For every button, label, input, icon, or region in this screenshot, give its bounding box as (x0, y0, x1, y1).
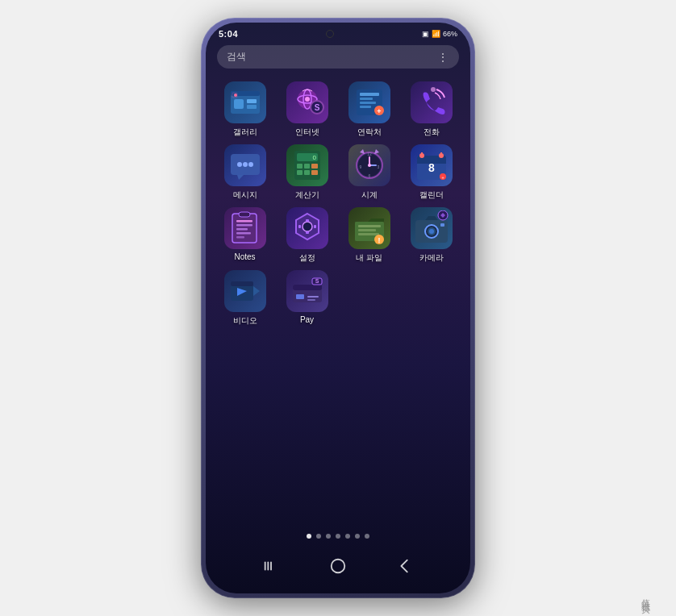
phone-frame: 5:04 ▣ 📶 66% 검색 ⋮ (201, 18, 475, 598)
dot-3 (326, 534, 331, 539)
pay-icon: S (286, 270, 328, 312)
camera-icon (411, 207, 453, 249)
app-contacts[interactable]: + 연락처 (342, 81, 397, 138)
status-icons: ▣ 📶 66% (422, 30, 457, 38)
calendar-label: 캘린더 (419, 189, 444, 201)
app-messages[interactable]: 메시지 (218, 144, 273, 201)
video-label: 비디오 (233, 315, 257, 327)
gallery-icon (224, 81, 266, 123)
svg-rect-31 (311, 164, 318, 169)
svg-marker-22 (237, 175, 244, 180)
front-camera (326, 30, 334, 38)
svg-rect-86 (231, 281, 253, 286)
notes-label: Notes (234, 252, 255, 261)
recents-button[interactable] (257, 551, 286, 581)
phone-screen: 5:04 ▣ 📶 66% 검색 ⋮ (206, 23, 470, 593)
app-row-1: 갤러리 S 인터넷 (214, 81, 462, 138)
svg-rect-4 (247, 105, 257, 109)
myfiles-label: 내 파일 (356, 252, 382, 264)
app-clock[interactable]: 12 6 9 3 시계 (342, 144, 397, 201)
clock-icon: 12 6 9 3 (348, 144, 390, 186)
svg-rect-71 (358, 225, 381, 227)
app-settings[interactable]: 설정 (280, 207, 335, 264)
svg-point-20 (431, 87, 436, 92)
battery-icon: 66% (443, 30, 457, 38)
svg-point-10 (305, 97, 310, 102)
svg-text:6: 6 (368, 173, 370, 178)
svg-rect-62 (236, 236, 244, 239)
app-row-2: 메시지 0 (214, 144, 462, 201)
contacts-icon: + (348, 81, 390, 123)
svg-rect-33 (304, 170, 310, 175)
search-placeholder: 검색 (227, 50, 246, 64)
svg-rect-67 (306, 231, 309, 234)
svg-point-5 (234, 94, 237, 97)
app-grid: 갤러리 S 인터넷 (206, 75, 470, 527)
app-camera[interactable]: 카메라 (404, 207, 459, 264)
calculator-label: 계산기 (295, 189, 319, 201)
camera-label: 카메라 (419, 252, 444, 264)
svg-rect-14 (360, 93, 379, 96)
svg-marker-83 (253, 286, 260, 296)
svg-text:+: + (441, 175, 444, 180)
app-video[interactable]: 비디오 (218, 270, 273, 327)
calculator-icon: 0 (286, 144, 328, 186)
app-calculator[interactable]: 0 계산기 (280, 144, 335, 201)
svg-rect-95 (268, 562, 269, 571)
svg-point-65 (303, 222, 312, 231)
svg-rect-73 (358, 233, 379, 235)
svg-text:!: ! (378, 236, 380, 244)
app-internet[interactable]: S 인터넷 (280, 81, 335, 138)
app-phone[interactable]: 전화 (404, 81, 459, 138)
signal-icon: ▣ (422, 30, 429, 38)
search-bar[interactable]: 검색 ⋮ (217, 45, 459, 69)
svg-rect-80 (440, 223, 444, 227)
svg-text:+: + (377, 107, 381, 115)
app-myfiles[interactable]: ! 내 파일 (342, 207, 397, 264)
settings-icon (286, 207, 328, 249)
wifi-icon: 📶 (432, 30, 440, 38)
svg-rect-66 (306, 219, 309, 222)
home-button[interactable] (323, 551, 353, 581)
phone-label: 전화 (424, 127, 440, 138)
svg-text:9: 9 (359, 164, 361, 169)
more-options-icon[interactable]: ⋮ (437, 51, 449, 64)
svg-rect-72 (358, 229, 376, 231)
clock-label: 시계 (361, 189, 378, 201)
app-pay[interactable]: S Pay (280, 270, 335, 324)
svg-rect-69 (314, 225, 316, 228)
phone-icon (411, 81, 453, 123)
dot-5 (345, 534, 350, 539)
gallery-label: 갤러리 (233, 127, 257, 138)
svg-point-23 (237, 162, 242, 167)
svg-marker-45 (374, 149, 379, 154)
svg-rect-2 (234, 99, 244, 109)
svg-rect-17 (360, 106, 371, 108)
calendar-icon: 8 + (411, 144, 453, 186)
page-indicator (206, 527, 470, 545)
status-time: 5:04 (219, 29, 238, 39)
svg-text:8: 8 (428, 161, 435, 174)
back-button[interactable] (390, 551, 419, 581)
svg-rect-3 (247, 99, 257, 103)
app-row-4: 비디오 S Pay (214, 270, 462, 327)
app-calendar[interactable]: 8 + 캘린더 (404, 144, 459, 201)
app-notes[interactable]: Notes (218, 207, 273, 261)
dot-7 (365, 534, 369, 539)
svg-rect-94 (265, 562, 266, 571)
video-icon (224, 270, 266, 312)
svg-rect-96 (270, 562, 272, 571)
svg-rect-60 (236, 228, 248, 231)
internet-label: 인터넷 (295, 127, 319, 138)
contacts-label: 연락처 (357, 127, 382, 138)
svg-rect-59 (236, 224, 252, 227)
svg-text:S: S (314, 103, 319, 112)
svg-rect-68 (298, 225, 301, 228)
messages-icon (224, 144, 266, 186)
svg-rect-63 (239, 212, 250, 217)
svg-rect-58 (236, 220, 252, 223)
svg-point-24 (243, 162, 248, 167)
app-gallery[interactable]: 갤러리 (218, 81, 273, 138)
svg-text:S: S (315, 278, 319, 284)
svg-rect-88 (293, 285, 322, 290)
